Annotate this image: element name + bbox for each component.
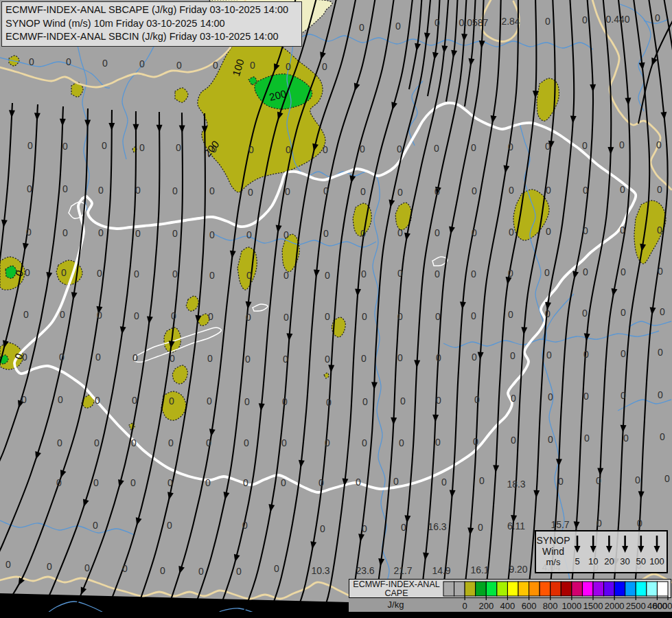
station-value: 0 xyxy=(435,311,441,322)
colorbar-swatch xyxy=(647,582,658,596)
station-value: 0 xyxy=(472,352,477,363)
station-value: 0 xyxy=(285,186,290,197)
station-value: 0 xyxy=(583,185,588,196)
colorbar-swatch xyxy=(614,582,625,596)
station-value: 0 xyxy=(198,566,204,577)
station-value: 0 xyxy=(635,474,640,485)
station-value: 0 xyxy=(318,477,324,488)
station-value: 0 xyxy=(27,140,33,151)
wind-legend: SYNOP Wind m/s 510203050100 xyxy=(535,530,668,573)
station-value: 0 xyxy=(397,268,403,279)
bottom-bar xyxy=(0,612,672,618)
station-value: 0 xyxy=(656,139,662,150)
station-value: 0 xyxy=(169,396,174,407)
station-value: 0 xyxy=(545,141,551,152)
colorbar-tick-label: 1500 xyxy=(583,601,603,611)
colorbar-tick-label: 400 xyxy=(500,601,515,611)
station-value: 0 xyxy=(582,140,588,151)
station-value: 0 xyxy=(326,397,332,408)
wind-speed-label: 50 xyxy=(636,556,646,566)
station-value: 0 xyxy=(58,394,63,405)
station-value: 0 xyxy=(546,350,552,360)
station-value: 0 xyxy=(478,522,483,533)
wind-speed-label: 30 xyxy=(620,556,629,566)
station-value: 0 xyxy=(548,391,553,402)
station-value: 0 xyxy=(134,268,139,279)
station-value: 0 xyxy=(655,12,660,23)
station-value: 0 xyxy=(25,267,30,278)
station-value: 0 xyxy=(511,393,516,404)
station-value: 0 xyxy=(97,310,102,321)
cape-legend-title: ECMWF-INDEX-ANAL CAPE xyxy=(349,580,443,598)
station-value: 0 xyxy=(397,311,403,322)
station-value: 0 xyxy=(93,520,98,531)
station-value: 0 xyxy=(250,60,255,71)
station-value: 0 xyxy=(176,142,181,153)
station-value: 0 xyxy=(171,310,176,321)
weather-map: 0000000000000000000000000000000000000000… xyxy=(0,0,672,618)
station-value: 0 xyxy=(242,520,248,531)
station-value: 0 xyxy=(473,436,478,447)
station-value: 0 xyxy=(244,437,249,448)
cape-legend-unit: J/kg xyxy=(349,599,443,610)
station-value: 0 xyxy=(283,312,289,323)
down-arrow-icon xyxy=(654,546,660,553)
station-value: 0 xyxy=(359,22,364,33)
station-value: 0 xyxy=(435,437,441,448)
station-value: 0 xyxy=(57,437,62,448)
station-value: 0 xyxy=(658,347,663,358)
station-value: 0 xyxy=(243,477,248,488)
station-value: 0 xyxy=(130,477,136,488)
station-value: 2.84 xyxy=(501,16,520,27)
station-value: 0 xyxy=(135,185,141,196)
cape-legend-variable: CAPE xyxy=(349,589,443,598)
colorbar-swatch xyxy=(604,582,615,596)
colorbar-swatch xyxy=(518,582,529,596)
station-value: 0 xyxy=(479,475,485,486)
station-value: 0 xyxy=(583,349,589,360)
station-value: 0 xyxy=(26,227,32,238)
station-value: 0 xyxy=(283,354,288,365)
station-value: 0 xyxy=(172,185,178,196)
station-value: 0 xyxy=(62,183,68,194)
wind-legend-unit: m/s xyxy=(536,557,570,568)
station-value: 0 xyxy=(621,390,626,401)
station-value: 0 xyxy=(61,267,67,278)
station-value: 0 xyxy=(360,144,365,154)
colorbar-swatch xyxy=(497,582,508,596)
station-value: 0 xyxy=(583,225,588,236)
station-value: 0 xyxy=(170,353,175,364)
station-value: 0 xyxy=(548,434,553,445)
colorbar-swatch xyxy=(507,582,518,596)
station-value: 6.11 xyxy=(507,520,525,531)
station-value: 10.3 xyxy=(311,565,329,576)
station-value: 0 xyxy=(397,352,403,363)
station-value: 0 xyxy=(84,562,90,573)
colorbar-swatch xyxy=(657,582,668,596)
down-arrow-icon xyxy=(606,546,612,553)
station-value: 0 xyxy=(657,225,662,236)
station-value: 0 xyxy=(508,141,513,152)
station-value: 0 xyxy=(637,518,642,529)
station-value: 0 xyxy=(60,309,65,320)
station-value: 0 xyxy=(102,140,107,151)
station-value: 0 xyxy=(207,353,213,364)
station-value: 0 xyxy=(362,523,367,534)
station-value: 0 xyxy=(356,477,361,488)
station-value: 0 xyxy=(660,306,665,317)
station-value: 0 xyxy=(400,396,406,407)
station-value: 0 xyxy=(621,348,626,359)
station-value: 0 xyxy=(94,437,100,448)
station-value: 0 xyxy=(435,186,440,197)
title-line-wind: SYNOP Wind (m/s) 10m Friday 03-10-2025 1… xyxy=(5,17,298,31)
colorbar-swatch xyxy=(540,582,551,596)
station-value: 0 xyxy=(21,394,27,405)
station-value: 0 xyxy=(102,58,108,69)
colorbar-swatch xyxy=(529,582,540,596)
station-value: 0 xyxy=(325,437,330,448)
station-value: 0 xyxy=(208,311,213,322)
station-value: 0 xyxy=(168,437,174,448)
station-value: 0 xyxy=(508,268,513,279)
station-value: 0 xyxy=(246,312,251,323)
colorbar-tick-label: 2500 xyxy=(626,601,646,611)
